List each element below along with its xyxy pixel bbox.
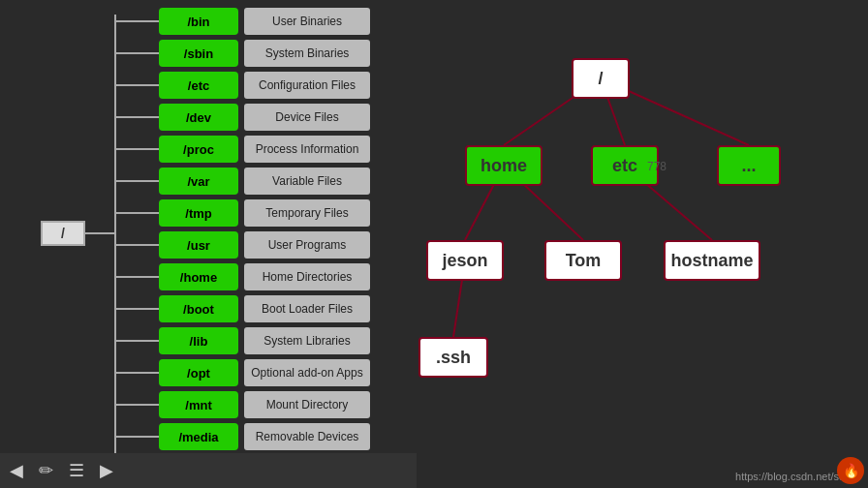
dir-box-sbin[interactable]: /sbin — [159, 40, 238, 67]
tree-node-hostname[interactable]: hostname — [664, 240, 760, 281]
dir-connector — [114, 52, 159, 54]
tree-node-home[interactable]: home — [465, 145, 542, 186]
root-node: / — [41, 221, 85, 246]
forward-icon[interactable]: ▶ — [100, 460, 113, 481]
dir-desc-usr: User Programs — [244, 231, 370, 259]
tree-node-dots[interactable]: ... — [717, 145, 781, 186]
toolbar: ◀ ✏ ☰ ▶ — [0, 453, 417, 488]
dir-connector — [114, 308, 159, 310]
dir-connector — [114, 20, 159, 22]
dir-item-usr: /usrUser Programs — [114, 231, 370, 259]
tree-node-root[interactable]: / — [572, 58, 630, 99]
menu-icon[interactable]: ☰ — [69, 460, 84, 481]
root-line — [85, 232, 114, 234]
dir-connector — [114, 148, 159, 150]
dir-connector — [114, 436, 159, 438]
tree-label-etc_num: 778 — [647, 160, 666, 173]
dir-item-sbin: /sbinSystem Binaries — [114, 40, 370, 67]
dir-box-etc[interactable]: /etc — [159, 72, 238, 99]
dir-desc-tmp: Temporary Files — [244, 199, 370, 227]
dir-item-dev: /devDevice Files — [114, 104, 370, 131]
dir-box-mnt[interactable]: /mnt — [159, 391, 238, 418]
dir-item-bin: /binUser Binaries — [114, 8, 370, 35]
dir-box-opt[interactable]: /opt — [159, 359, 238, 386]
dir-connector — [114, 180, 159, 182]
dir-box-tmp[interactable]: /tmp — [159, 199, 238, 227]
dir-connector — [114, 404, 159, 406]
dir-desc-mnt: Mount Directory — [244, 391, 370, 418]
dir-desc-lib: System Libraries — [244, 327, 370, 354]
dir-connector — [114, 212, 159, 214]
dir-connector — [114, 116, 159, 118]
dir-desc-dev: Device Files — [244, 104, 370, 131]
tree-node-ssh[interactable]: .ssh — [418, 337, 488, 378]
dir-desc-proc: Process Information — [244, 136, 370, 163]
dir-desc-opt: Optional add-on Apps — [244, 359, 370, 386]
dir-connector — [114, 372, 159, 374]
dir-box-var[interactable]: /var — [159, 168, 238, 195]
dir-box-dev[interactable]: /dev — [159, 104, 238, 131]
dir-box-home[interactable]: /home — [159, 263, 238, 290]
dir-item-media: /mediaRemovable Devices — [114, 423, 370, 450]
dir-connector — [114, 276, 159, 278]
fire-badge: 🔥 — [837, 457, 864, 484]
dir-desc-var: Variable Files — [244, 168, 370, 195]
dir-box-lib[interactable]: /lib — [159, 327, 238, 354]
dir-item-mnt: /mntMount Directory — [114, 391, 370, 418]
left-panel: / /binUser Binaries/sbinSystem Binaries/… — [0, 0, 407, 488]
dir-desc-bin: User Binaries — [244, 8, 370, 35]
dir-item-tmp: /tmpTemporary Files — [114, 199, 370, 227]
dir-item-opt: /optOptional add-on Apps — [114, 359, 370, 386]
dir-item-boot: /bootBoot Loader Files — [114, 295, 370, 322]
dir-box-media[interactable]: /media — [159, 423, 238, 450]
dir-desc-media: Removable Devices — [244, 423, 370, 450]
dir-box-proc[interactable]: /proc — [159, 136, 238, 163]
dir-item-home: /homeHome Directories — [114, 263, 370, 290]
dir-item-proc: /procProcess Information — [114, 136, 370, 163]
dir-connector — [114, 84, 159, 86]
dir-box-usr[interactable]: /usr — [159, 231, 238, 259]
dir-connector — [114, 244, 159, 246]
dir-box-boot[interactable]: /boot — [159, 295, 238, 322]
tree-node-tom[interactable]: Tom — [544, 240, 622, 281]
dir-box-bin[interactable]: /bin — [159, 8, 238, 35]
dir-desc-etc: Configuration Files — [244, 72, 370, 99]
dir-item-etc: /etcConfiguration Files — [114, 72, 370, 99]
dir-item-lib: /libSystem Libraries — [114, 327, 370, 354]
back-icon[interactable]: ◀ — [10, 460, 23, 481]
dir-desc-boot: Boot Loader Files — [244, 295, 370, 322]
edit-icon[interactable]: ✏ — [39, 460, 53, 481]
dir-connector — [114, 340, 159, 342]
dir-desc-home: Home Directories — [244, 263, 370, 290]
tree-node-jeson[interactable]: jeson — [426, 240, 504, 281]
right-panel: /homeetc778...jesonTomhostname.ssh — [417, 0, 868, 488]
dir-desc-sbin: System Binaries — [244, 40, 370, 67]
dir-item-var: /varVariable Files — [114, 168, 370, 195]
